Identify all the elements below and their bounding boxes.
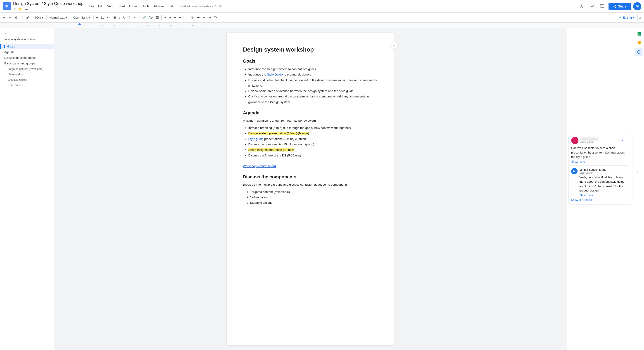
sidebar-back-button[interactable]: [0, 32, 11, 38]
align-right-button[interactable]: ≡: [173, 14, 177, 21]
font-size-display: 11: [100, 16, 105, 19]
sheets-icon-button[interactable]: [635, 30, 643, 38]
link-button[interactable]: 🔗: [141, 14, 147, 21]
sidebar-item-targeted[interactable]: Targeted content (revealable): [0, 66, 54, 72]
italic-button[interactable]: I: [118, 14, 122, 21]
comment-actions-1: ✓ ⋮: [621, 138, 629, 143]
agenda-item-1: Intro/ice-breaking (5 min) (Go through t…: [248, 125, 378, 131]
decrease-indent-button[interactable]: ⇤: [202, 14, 206, 21]
image-button[interactable]: 🖼: [154, 14, 160, 21]
doc-title[interactable]: Design System / Style Guide workshop: [13, 1, 84, 6]
agenda-list: Intro/ice-breaking (5 min) (Go through t…: [248, 125, 378, 158]
menu-view[interactable]: View: [106, 4, 116, 9]
top-bar: Design System / Style Guide workshop ☆ 📁…: [0, 0, 644, 13]
goals-item-2: Introduce the Style Guide to product des…: [248, 72, 378, 77]
ruler: 1 2 3 4 5 6 7 8 9 10 11 12 13: [0, 22, 644, 28]
redo-button[interactable]: ↪: [8, 14, 13, 21]
comment-button[interactable]: 💬: [148, 14, 154, 21]
agenda-highlight-1: Design system presentation (10min) (Minn…: [248, 132, 309, 135]
sidebar-item-example[interactable]: Example callout: [0, 77, 54, 82]
underline-button[interactable]: U: [122, 14, 126, 21]
svg-rect-22: [638, 34, 639, 35]
numbered-list-button[interactable]: ①: [190, 14, 195, 21]
text-style-select[interactable]: Normal text ▾: [48, 14, 68, 21]
comment-more-button-1[interactable]: ⋮: [625, 138, 629, 143]
style-guide-link-1[interactable]: Style Guide: [267, 73, 283, 76]
clear-formatting-button[interactable]: Tx: [213, 14, 218, 21]
sidebar-item-form[interactable]: Form copy: [0, 82, 54, 88]
reply-time-1: 13:34 2 Mar: [579, 172, 629, 174]
comment-resolve-check[interactable]: ✓: [621, 138, 624, 143]
editing-mode-button[interactable]: ✏ Editing ▾: [616, 14, 638, 21]
doc-area[interactable]: + Design system workshop Goals Introduce…: [54, 28, 566, 350]
svg-rect-2: [67, 22, 644, 28]
align-center-button[interactable]: ≡: [168, 14, 172, 21]
goals-item-5: Clarify any confusion around the usage/r…: [248, 94, 378, 105]
font-size-increase[interactable]: +: [105, 14, 110, 21]
style-guide-link-2[interactable]: Style guide: [248, 137, 264, 141]
menu-help[interactable]: Help: [166, 4, 176, 9]
folder-button[interactable]: 📁: [18, 7, 22, 11]
menu-addons[interactable]: Add-ons: [152, 4, 166, 9]
menu-edit[interactable]: Edit: [96, 4, 105, 9]
top-bar-right: 📝 Share M: [577, 2, 641, 10]
increase-indent-button[interactable]: ⇥: [207, 14, 212, 21]
bold-button[interactable]: B: [112, 14, 117, 21]
sidebar-item-participants[interactable]: Participants and groups: [0, 60, 54, 66]
svg-text:6: 6: [125, 24, 126, 26]
app-icon[interactable]: [3, 2, 11, 10]
line-spacing-button[interactable]: ↕: [185, 14, 190, 21]
sidebar-item-agenda[interactable]: Agenda: [0, 49, 54, 55]
sidebar-item-goals[interactable]: Goals: [0, 44, 54, 49]
goals-list: Introduce the Design System to content d…: [248, 66, 378, 105]
menu-file[interactable]: File: [88, 4, 96, 9]
svg-text:4: 4: [102, 24, 103, 26]
font-select[interactable]: Open Sans ▾: [72, 14, 92, 21]
menu-insert[interactable]: Insert: [116, 4, 127, 9]
justify-button[interactable]: ≡: [178, 14, 182, 21]
chat-button[interactable]: [598, 2, 606, 10]
bullet-list-button[interactable]: •≡: [196, 14, 201, 21]
show-more-reply-1[interactable]: Show more: [579, 194, 593, 197]
expand-button[interactable]: +: [390, 42, 398, 49]
star-button[interactable]: ☆: [13, 7, 16, 11]
cloud-button[interactable]: ☁: [24, 7, 28, 11]
svg-text:8: 8: [148, 24, 148, 26]
align-left-button[interactable]: ≡: [163, 14, 168, 21]
text-style-value: Normal text: [50, 16, 64, 19]
sidebar-item-yellow[interactable]: Yellow callout: [0, 72, 54, 77]
text-cursor: [354, 89, 354, 93]
menu-tools[interactable]: Tools: [140, 4, 151, 9]
comments-history-button[interactable]: [577, 2, 586, 10]
tasks-icon-button[interactable]: [635, 48, 643, 56]
zoom-value: 90%: [35, 16, 41, 19]
spellcheck-button[interactable]: ✓: [19, 14, 24, 21]
mural-board-link[interactable]: Workshop's mural board: [243, 164, 276, 168]
goals-item-1: Introduce the Design System to content d…: [248, 66, 378, 72]
sidebar-item-discuss[interactable]: Discuss the components: [0, 55, 54, 60]
agenda-heading: Agenda: [243, 110, 378, 116]
user-avatar[interactable]: M: [633, 2, 641, 10]
show-all-replies-button[interactable]: Show all 4 replies: [571, 198, 592, 202]
svg-text:11: 11: [180, 24, 183, 26]
zoom-select[interactable]: 90% ▾: [34, 14, 45, 21]
right-toolbar: [634, 28, 644, 350]
show-more-button-1[interactable]: Show more: [571, 160, 585, 163]
text-color-button[interactable]: A: [127, 14, 132, 21]
share-button[interactable]: 📝 Share: [608, 3, 631, 10]
sep1: [32, 15, 32, 20]
print-button[interactable]: 🖨: [13, 14, 19, 21]
comment-time-1: 10:47 2 Mar: [580, 140, 619, 143]
formatting-toolbar: ↩ ↪ 🖨 ✓ 🖌 90% ▾ Normal text ▾ Open Sans …: [0, 13, 644, 22]
menu-format[interactable]: Format: [127, 4, 140, 9]
collapse-toolbar-button[interactable]: ∧: [638, 15, 642, 20]
paint-format-button[interactable]: 🖌: [25, 14, 30, 21]
font-size-decrease[interactable]: −: [95, 14, 100, 21]
svg-text:1: 1: [68, 24, 70, 26]
comment-spacer: [568, 30, 632, 134]
keep-icon-button[interactable]: [635, 39, 643, 47]
trending-button[interactable]: [588, 2, 596, 10]
highlight-button[interactable]: ✏: [133, 14, 138, 21]
sidebar: Design system workshop Goals Agenda Disc…: [0, 28, 54, 350]
undo-button[interactable]: ↩: [2, 14, 7, 21]
